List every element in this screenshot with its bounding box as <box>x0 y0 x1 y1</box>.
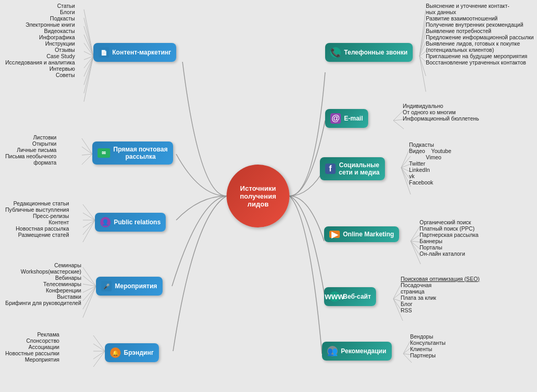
branch-pr-label: Public relations <box>114 219 160 226</box>
svg-line-1 <box>420 21 426 56</box>
leaf-item: Семинары <box>5 262 81 268</box>
leaf-item: Видео Youtube <box>409 148 452 154</box>
website-leaves: Поисковая оптимизация (SEO) Посадочная с… <box>401 276 480 313</box>
social-icon: f <box>325 164 336 174</box>
pr-leaves: Редакционные статьи Публичные выступлени… <box>5 200 69 238</box>
leaf-item: Партнерская рассылка <box>420 232 478 238</box>
svg-line-3 <box>420 42 426 56</box>
svg-line-63 <box>93 344 105 351</box>
svg-line-33 <box>84 9 93 56</box>
leaf-item: Платный поиск (PPC) <box>420 225 478 232</box>
leaf-item: LinkedIn <box>409 167 452 173</box>
svg-line-58 <box>83 286 96 292</box>
svg-line-60 <box>83 286 96 309</box>
leaf-item: Информационный бюллетень <box>403 115 479 122</box>
svg-line-57 <box>83 284 96 286</box>
leaf-item: Партнеры <box>410 352 446 358</box>
svg-line-47 <box>82 154 92 155</box>
svg-line-43 <box>84 56 93 93</box>
leaf-item: Vimeo <box>409 154 452 160</box>
leaf-item: RSS <box>401 307 480 313</box>
leaf-item: формата <box>5 159 57 166</box>
leaf-item: Контент <box>5 219 69 225</box>
svg-line-54 <box>83 220 95 242</box>
leaf-item: Советы <box>5 72 75 78</box>
leaf-item: Отзывы <box>5 47 75 53</box>
content-leaves: Статьи Блоги Подкасты Электронные книги … <box>5 3 75 78</box>
online-icon: ▶ <box>329 231 340 238</box>
phone-leaves: Выяснение и уточнение контакт- ных данны… <box>426 3 534 66</box>
center-label: Источники получения лидов <box>240 184 276 208</box>
svg-line-53 <box>83 220 95 235</box>
svg-line-34 <box>84 18 93 56</box>
leaf-item: Workshops(мастерские) <box>5 268 81 275</box>
svg-line-49 <box>83 204 95 220</box>
mail-icon: ✉ <box>98 148 110 158</box>
leaf-item: Размещение статей <box>5 232 69 238</box>
leaf-item: Исследования и аналитика <box>5 59 75 66</box>
event-icon: 🎤 <box>101 281 112 291</box>
leaf-item: (потенциальных клиентов) <box>426 47 534 53</box>
leaf-item: Консультанты <box>410 340 446 346</box>
svg-line-40 <box>84 56 93 68</box>
leaf-item: Статьи <box>5 3 75 9</box>
svg-line-8 <box>393 110 404 121</box>
leaf-item: страница <box>401 288 480 295</box>
leaf-item: Конференции <box>5 287 81 293</box>
branch-email[interactable]: @ E-mail <box>325 109 368 128</box>
leaf-item: Инфографика <box>5 34 75 40</box>
leaf-item: Блог <box>401 301 480 307</box>
branch-rec-label: Рекомендации <box>341 347 386 355</box>
leaf-item: Новостная рассылка <box>5 225 69 232</box>
branch-mail[interactable]: ✉ Прямая почтовая рассылка <box>92 141 173 165</box>
branch-rec[interactable]: 👥 Рекомендации <box>322 342 392 361</box>
leaf-item: Поисковая оптимизация (SEO) <box>401 276 480 282</box>
branch-phone[interactable]: 📞 Телефонные звонки <box>325 43 413 62</box>
svg-line-61 <box>83 286 96 318</box>
svg-line-4 <box>420 51 426 56</box>
leaf-item: Реклама <box>5 331 59 337</box>
leaf-item: Развитие взаимоотношений <box>426 15 534 21</box>
svg-line-59 <box>83 286 96 301</box>
branch-content[interactable]: 📄 Контент-маркетинг <box>93 43 176 62</box>
branch-social[interactable]: f Социальные сети и медиа <box>320 157 385 180</box>
leaf-item: Индивидуально <box>403 103 479 109</box>
branch-branding[interactable]: 🔔 Брэндинг <box>105 343 159 362</box>
mindmap-container: Источники получения лидов 📞 Телефонные з… <box>0 0 537 392</box>
events-leaves: Семинары Workshops(мастерские) Вебинары … <box>5 262 81 306</box>
svg-line-35 <box>84 26 93 56</box>
leaf-item: Баннеры <box>420 238 478 244</box>
svg-line-10 <box>393 121 404 129</box>
branch-website[interactable]: www Веб-сайт <box>324 287 376 306</box>
leaf-item: Предложение информационной рассылки <box>426 34 534 40</box>
leaf-item: Приглашение на будущие мероприятия <box>426 53 534 59</box>
social-leaves: Подкасты Видео Youtube Vimeo Twitter Lin… <box>409 141 452 186</box>
svg-line-9 <box>393 119 404 121</box>
leaf-item: vk <box>409 173 452 179</box>
rec-icon: 👥 <box>327 346 338 356</box>
rec-leaves: Вендоры Консультанты Клиенты Партнеры <box>410 333 446 358</box>
branch-events[interactable]: 🎤 Мероприятия <box>96 277 163 296</box>
pr-icon: 👤 <box>100 217 111 227</box>
leaf-item: Плата за клик <box>401 295 480 301</box>
online-leaves: Органический поиск Платный поиск (PPC) П… <box>420 219 478 257</box>
leaf-item: Письма необычного <box>5 153 57 159</box>
leaf-item: Case Study <box>5 53 75 59</box>
branch-mail-label: Прямая почтовая рассылка <box>113 146 168 160</box>
leaf-item: Посадочная <box>401 282 480 288</box>
svg-line-50 <box>83 213 95 220</box>
leaf-item: Пресс-релизы <box>5 213 69 219</box>
leaf-item: Открытки <box>5 140 57 147</box>
branch-website-label: Веб-сайт <box>343 293 371 300</box>
leaf-item: Спонсорство <box>5 337 59 344</box>
branch-online-label: Online Marketing <box>343 231 394 238</box>
svg-line-52 <box>83 220 95 227</box>
svg-line-62 <box>93 335 105 351</box>
leaf-item: Личные письма <box>5 147 57 153</box>
branch-pr[interactable]: 👤 Public relations <box>95 213 166 232</box>
leaf-item: Брифинги для руководителей <box>5 300 81 306</box>
branch-online[interactable]: ▶ Online Marketing <box>324 226 399 242</box>
svg-line-66 <box>93 351 105 367</box>
center-node[interactable]: Источники получения лидов <box>227 165 289 227</box>
svg-line-38 <box>84 51 93 56</box>
